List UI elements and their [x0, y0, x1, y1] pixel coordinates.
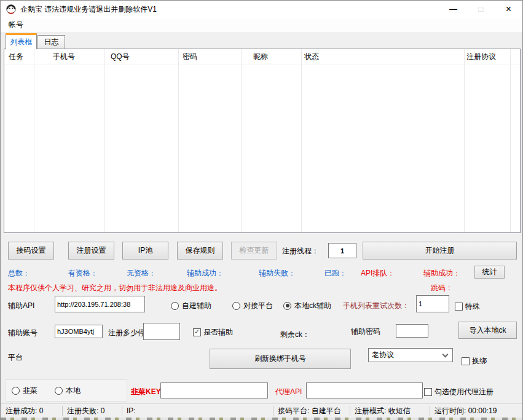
- proxy-api-label: 代理API: [275, 387, 302, 397]
- import-local-ck-button[interactable]: 导入本地ck: [458, 322, 517, 339]
- radio-local-ck-assist-label: 本地ck辅助: [294, 301, 331, 311]
- receive-code-settings-button[interactable]: 接码设置: [8, 242, 54, 260]
- assist-account-input[interactable]: [55, 325, 103, 338]
- column-divider: [178, 49, 179, 232]
- jiucai-key-input[interactable]: [160, 382, 268, 398]
- radio-dock-platform-label: 对接平台: [243, 301, 273, 311]
- assist-password-label: 辅助密码: [351, 327, 380, 337]
- assist-api-input[interactable]: [55, 296, 145, 312]
- stat-unqualified-label: 无资格：: [127, 268, 156, 279]
- checkbox-box: [462, 357, 470, 365]
- thread-count-input[interactable]: [328, 243, 356, 258]
- status-reg-success: 注册成功: 0: [6, 404, 43, 418]
- radio-circle: [232, 302, 240, 310]
- radio-circle: [171, 302, 179, 310]
- status-platform: 接码平台: 自建平台: [278, 404, 341, 418]
- status-reg-fail-value: 0: [101, 406, 105, 415]
- column-divider: [301, 49, 302, 232]
- radio-local[interactable]: 本地: [55, 386, 81, 395]
- radio-dock-platform[interactable]: 对接平台: [232, 301, 273, 311]
- radio-local-label: 本地: [66, 386, 81, 396]
- ip-pool-button[interactable]: IP池: [122, 242, 168, 260]
- status-reg-success-label: 注册成功:: [6, 406, 37, 415]
- rebind-checkbox-label: 换绑: [472, 356, 487, 367]
- window-title: 企鹅宝 违法违规业务请退出并删除软件V1: [20, 1, 157, 18]
- status-divider: [62, 406, 63, 416]
- radio-local-ck-assist[interactable]: 本地ck辅助: [283, 301, 331, 311]
- menu-account[interactable]: 帐号: [6, 18, 26, 32]
- assist-password-input[interactable]: [396, 324, 428, 338]
- radio-self-assist-label: 自建辅助: [182, 301, 211, 311]
- special-checkbox-label: 特殊: [465, 301, 480, 312]
- remaining-ck-label: 剩余ck：: [280, 330, 310, 340]
- col-header-qq[interactable]: QQ号: [111, 49, 130, 65]
- status-reg-fail-label: 注册失败:: [67, 406, 98, 415]
- statistics-button[interactable]: 统计: [474, 266, 505, 279]
- thread-count-label: 注册线程：: [282, 246, 319, 256]
- status-divider: [273, 406, 273, 416]
- col-header-task[interactable]: 任务: [9, 49, 23, 65]
- status-ip: IP:: [127, 404, 136, 418]
- protocol-select[interactable]: 老协议: [368, 348, 453, 362]
- status-reg-fail: 注册失败: 0: [67, 404, 104, 418]
- status-divider: [430, 406, 430, 416]
- retry-count-input[interactable]: [416, 295, 449, 312]
- tab-log[interactable]: 日志: [37, 35, 65, 49]
- use-proxy-register-label: 勾选使用代理注册: [435, 387, 494, 397]
- radio-self-assist[interactable]: 自建辅助: [171, 301, 211, 311]
- status-bar: 注册成功: 0 注册失败: 0 IP: 接码平台: 自建平台 注册模式: 收短信…: [1, 403, 522, 418]
- proxy-api-input[interactable]: [306, 382, 423, 398]
- stat-qualified-label: 有资格：: [68, 268, 98, 279]
- column-divider: [104, 49, 105, 232]
- check-update-button: 检查更新: [231, 242, 277, 260]
- column-divider: [510, 49, 511, 232]
- jiucai-key-label: 韭菜KEY: [131, 387, 161, 397]
- stat-assist-fail-label: 辅助失败：: [259, 268, 296, 279]
- assist-enabled-label: 是否辅助: [203, 327, 233, 338]
- status-divider: [350, 406, 350, 416]
- register-settings-button[interactable]: 注册设置: [68, 242, 114, 260]
- tab-list[interactable]: 列表框: [6, 33, 37, 49]
- chevron-down-icon: [442, 352, 449, 358]
- assist-api-label: 辅助API: [8, 301, 34, 311]
- radio-circle: [283, 302, 291, 310]
- refresh-rebind-phone-button[interactable]: 刷新换绑手机号: [210, 349, 351, 369]
- penguin-icon: [6, 4, 16, 14]
- column-divider: [464, 49, 465, 232]
- col-header-status[interactable]: 状态: [304, 49, 319, 65]
- assist-enabled-checkbox[interactable]: 是否辅助: [193, 327, 233, 337]
- title-bar: 企鹅宝 违法违规业务请退出并删除软件V1 — □ ×: [1, 1, 522, 18]
- special-checkbox[interactable]: 特殊: [455, 301, 480, 311]
- radio-circle: [12, 387, 20, 395]
- checkbox-box: [193, 328, 201, 336]
- minimize-icon[interactable]: —: [439, 1, 467, 18]
- col-header-phone[interactable]: 手机号: [53, 49, 75, 65]
- radio-jiucai[interactable]: 韭菜: [12, 386, 37, 395]
- stat-assist-success2-label: 辅助成功：: [423, 268, 460, 279]
- col-header-password[interactable]: 密码: [183, 49, 197, 65]
- start-register-button[interactable]: 开始注册: [363, 242, 517, 260]
- clipped-text-marks: [1, 418, 522, 420]
- save-rules-button[interactable]: 保存规则: [177, 242, 223, 260]
- checkbox-box: [424, 388, 432, 396]
- tab-strip: 列表框 日志: [1, 32, 522, 49]
- status-mode: 注册模式: 收短信: [355, 404, 411, 418]
- col-header-protocol[interactable]: 注册协议: [466, 49, 496, 65]
- column-divider: [241, 49, 242, 232]
- use-proxy-register-checkbox[interactable]: 勾选使用代理注册: [424, 387, 494, 397]
- close-icon[interactable]: ×: [495, 1, 522, 18]
- rebind-checkbox[interactable]: 换绑: [462, 356, 487, 366]
- assist-account-label: 辅助账号: [8, 328, 37, 338]
- register-stop-input[interactable]: [143, 323, 180, 340]
- register-stop-label: 注册多少停: [108, 328, 145, 338]
- stat-api-queue-label: API排队：: [361, 268, 395, 279]
- retry-count-label: 手机列表重试次数：: [343, 301, 409, 311]
- stat-ran-label: 已跑：: [324, 268, 347, 279]
- background-window-sliver: [1, 418, 522, 420]
- col-header-nickname[interactable]: 昵称: [253, 49, 268, 65]
- app-window: 企鹅宝 违法违规业务请退出并删除软件V1 — □ × 帐号 列表框 日志 任务 …: [0, 0, 523, 420]
- jump-code-label: 跳码：: [431, 283, 453, 293]
- radio-circle: [55, 387, 63, 395]
- task-list[interactable]: 任务 手机号 QQ号 密码 昵称 状态 注册协议: [4, 49, 521, 233]
- header-divider: [4, 65, 520, 65]
